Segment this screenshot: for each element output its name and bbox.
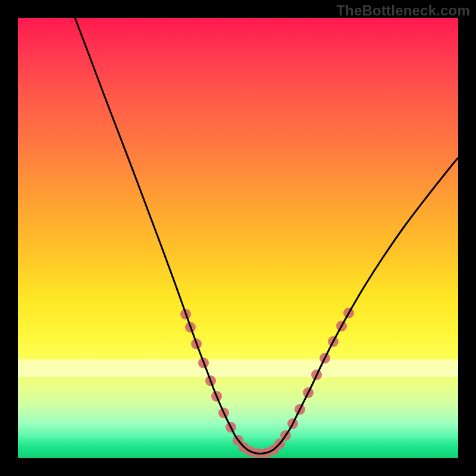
- chart-frame: TheBottleneck.com: [0, 0, 476, 476]
- plot-area: [18, 18, 458, 458]
- bottleneck-curve: [75, 18, 458, 453]
- curve-svg: [18, 18, 458, 458]
- marker-group: [180, 308, 354, 458]
- watermark-text: TheBottleneck.com: [336, 2, 470, 19]
